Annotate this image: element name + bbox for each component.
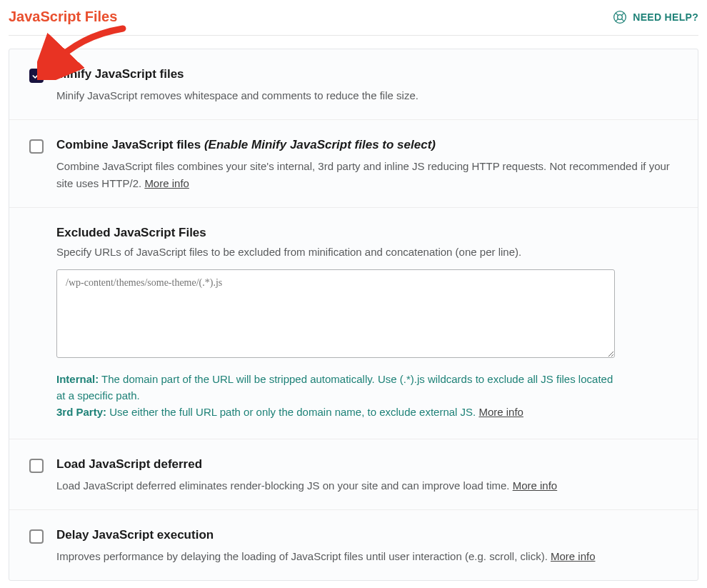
page-title: JavaScript Files <box>9 9 117 25</box>
deferred-more-info-link[interactable]: More info <box>513 479 558 492</box>
deferred-checkbox[interactable] <box>29 459 44 473</box>
delay-desc: Improves performance by delaying the loa… <box>56 548 676 564</box>
combine-checkbox[interactable] <box>29 139 44 154</box>
deferred-desc: Load JavaScript deferred eliminates rend… <box>56 477 676 494</box>
svg-line-5 <box>616 19 618 21</box>
excluded-section: Excluded JavaScript Files Specify URLs o… <box>9 208 698 439</box>
need-help-link[interactable]: NEED HELP? <box>613 10 698 24</box>
excluded-hints: Internal: The domain part of the URL wil… <box>56 371 615 421</box>
option-combine: Combine JavaScript files (Enable Minify … <box>9 120 698 208</box>
combine-title: Combine JavaScript files (Enable Minify … <box>56 138 676 152</box>
delay-more-info-link[interactable]: More info <box>551 550 596 562</box>
svg-line-3 <box>622 19 625 21</box>
excluded-textarea[interactable] <box>56 269 615 358</box>
delay-checkbox[interactable] <box>29 529 44 544</box>
delay-title: Delay JavaScript execution <box>56 528 676 542</box>
combine-desc: Combine JavaScript files combines your s… <box>56 158 676 191</box>
check-icon <box>31 71 41 81</box>
option-minify: Minify JavaScript files Minify JavaScrip… <box>9 49 698 120</box>
excluded-title: Excluded JavaScript Files <box>56 226 676 240</box>
js-settings-panel: Minify JavaScript files Minify JavaScrip… <box>9 49 698 581</box>
option-delay: Delay JavaScript execution Improves perf… <box>9 510 698 580</box>
excluded-desc: Specify URLs of JavaScript files to be e… <box>56 246 676 258</box>
svg-line-4 <box>622 13 625 16</box>
deferred-title: Load JavaScript deferred <box>56 457 676 472</box>
option-deferred: Load JavaScript deferred Load JavaScript… <box>9 439 698 510</box>
minify-title: Minify JavaScript files <box>56 67 676 81</box>
combine-more-info-link[interactable]: More info <box>144 177 189 189</box>
svg-line-2 <box>616 13 618 16</box>
minify-checkbox[interactable] <box>29 69 44 83</box>
excluded-more-info-link[interactable]: More info <box>478 406 523 418</box>
life-ring-icon <box>613 10 627 24</box>
minify-desc: Minify JavaScript removes whitespace and… <box>56 87 676 104</box>
svg-point-1 <box>618 14 623 19</box>
need-help-label: NEED HELP? <box>633 11 698 23</box>
